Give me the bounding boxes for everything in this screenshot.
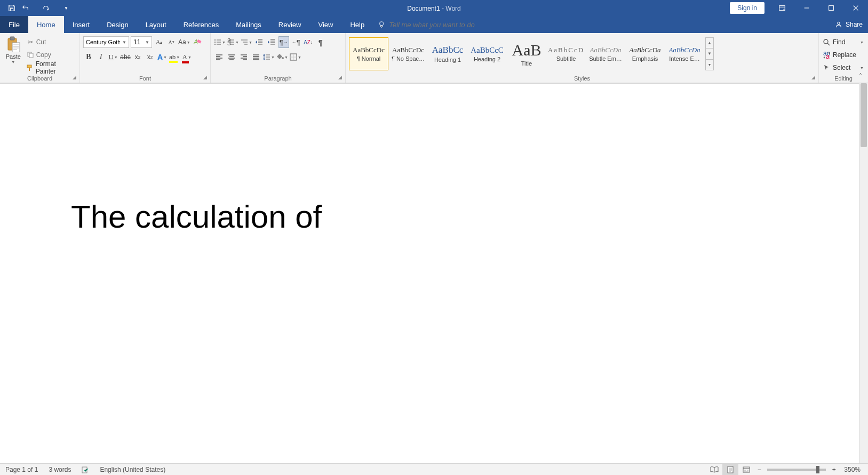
align-right-button[interactable] bbox=[238, 51, 249, 63]
bold-button[interactable]: B bbox=[83, 51, 94, 63]
paste-button[interactable]: Paste ▼ bbox=[3, 35, 23, 74]
save-button[interactable] bbox=[5, 2, 18, 14]
style-subtitle[interactable]: AaBbCcDSubtitle bbox=[546, 37, 586, 70]
style-emphasis[interactable]: AaBbCcDaEmphasis bbox=[625, 37, 665, 70]
share-button[interactable]: Share bbox=[835, 16, 863, 33]
style-subtle-em-[interactable]: AaBbCcDaSubtle Em… bbox=[586, 37, 625, 70]
tab-layout[interactable]: Layout bbox=[137, 16, 175, 33]
format-painter-button[interactable]: Format Painter bbox=[26, 62, 76, 74]
shrink-font-button[interactable]: A▾ bbox=[166, 36, 177, 48]
paste-dropdown[interactable]: ▼ bbox=[11, 60, 15, 65]
italic-button[interactable]: I bbox=[95, 51, 106, 63]
borders-button[interactable]: ▼ bbox=[290, 51, 301, 63]
numbering-button[interactable]: 123▼ bbox=[227, 36, 239, 48]
bullets-button[interactable]: ▼ bbox=[214, 36, 226, 48]
tab-mailings[interactable]: Mailings bbox=[227, 16, 270, 33]
style-preview: AaBbCcDa bbox=[668, 46, 700, 54]
zoom-level[interactable]: 350% bbox=[839, 464, 868, 475]
clipboard-launcher[interactable]: ◢ bbox=[71, 74, 77, 80]
subscript-button[interactable]: x2 bbox=[132, 51, 143, 63]
style-title[interactable]: AaBTitle bbox=[507, 37, 546, 70]
zoom-in-button[interactable]: + bbox=[829, 466, 839, 473]
tell-me-input[interactable] bbox=[389, 21, 528, 29]
style-name-label: Subtle Em… bbox=[589, 55, 622, 62]
copy-button[interactable]: Copy bbox=[26, 49, 76, 61]
font-launcher[interactable]: ◢ bbox=[202, 74, 208, 80]
title-bar: ▼ Document1 - Word Sign in bbox=[0, 0, 868, 16]
show-marks-button[interactable]: ¶ bbox=[315, 36, 326, 48]
underline-button[interactable]: U▼ bbox=[108, 51, 118, 63]
collapse-ribbon-button[interactable]: ˄ bbox=[856, 72, 865, 80]
style-heading-1[interactable]: AaBbCcHeading 1 bbox=[428, 37, 467, 70]
zoom-slider-handle[interactable] bbox=[816, 466, 819, 473]
replace-button[interactable]: abac Replace bbox=[822, 49, 865, 61]
justify-button[interactable] bbox=[251, 51, 261, 63]
maximize-button[interactable] bbox=[819, 0, 843, 16]
font-color-button[interactable]: A▼ bbox=[181, 51, 192, 63]
ribbon-display-options-button[interactable] bbox=[770, 0, 794, 16]
tell-me-search[interactable] bbox=[378, 16, 528, 33]
view-print-layout-button[interactable] bbox=[722, 464, 738, 476]
tab-insert[interactable]: Insert bbox=[64, 16, 99, 33]
customize-qat-button[interactable]: ▼ bbox=[60, 2, 73, 14]
app-name: Word bbox=[445, 5, 460, 12]
clear-formatting-button[interactable]: A bbox=[192, 36, 203, 48]
view-web-layout-button[interactable] bbox=[738, 464, 754, 476]
multilevel-list-button[interactable]: ▼ bbox=[241, 36, 252, 48]
strikethrough-button[interactable]: abc bbox=[120, 51, 131, 63]
status-words[interactable]: 3 words bbox=[43, 464, 76, 475]
find-button[interactable]: Find▼ bbox=[822, 36, 865, 48]
align-center-button[interactable] bbox=[226, 51, 237, 63]
tab-design[interactable]: Design bbox=[98, 16, 137, 33]
grow-font-button[interactable]: A▴ bbox=[154, 36, 164, 48]
superscript-button[interactable]: x2 bbox=[145, 51, 155, 63]
decrease-indent-button[interactable] bbox=[254, 36, 265, 48]
increase-indent-button[interactable] bbox=[266, 36, 277, 48]
minimize-button[interactable] bbox=[794, 0, 819, 16]
document-canvas[interactable]: The calculation of bbox=[0, 83, 859, 463]
align-left-button[interactable] bbox=[214, 51, 225, 63]
tab-review[interactable]: Review bbox=[270, 16, 310, 33]
line-spacing-button[interactable]: ▼ bbox=[263, 51, 275, 63]
tab-help[interactable]: Help bbox=[341, 16, 373, 33]
text-effects-button[interactable]: A▼ bbox=[157, 51, 168, 63]
highlight-button[interactable]: ab▼ bbox=[169, 51, 180, 63]
style-heading-2[interactable]: AaBbCcCHeading 2 bbox=[467, 37, 507, 70]
close-button[interactable] bbox=[843, 0, 868, 16]
style-intense-e-[interactable]: AaBbCcDaIntense E… bbox=[665, 37, 704, 70]
styles-scroll-down[interactable]: ▼ bbox=[706, 49, 713, 59]
font-name-combo[interactable]: Century Goth▼ bbox=[83, 36, 129, 48]
print-layout-icon bbox=[727, 466, 734, 473]
view-read-mode-button[interactable] bbox=[706, 464, 722, 476]
zoom-out-button[interactable]: − bbox=[754, 466, 764, 473]
style-name-label: Subtitle bbox=[556, 55, 576, 62]
cut-button[interactable]: ✂ Cut bbox=[26, 36, 76, 48]
font-size-combo[interactable]: 11▼ bbox=[131, 36, 152, 48]
sort-button[interactable]: AZ↓ bbox=[303, 36, 314, 48]
redo-button[interactable] bbox=[39, 2, 52, 14]
styles-scroll-up[interactable]: ▲ bbox=[706, 38, 713, 49]
rtl-button[interactable]: ←¶ bbox=[291, 36, 301, 48]
paragraph-launcher[interactable]: ◢ bbox=[337, 74, 343, 80]
styles-launcher[interactable]: ◢ bbox=[810, 74, 816, 80]
style--no-spac-[interactable]: AaBbCcDc¶ No Spac… bbox=[388, 37, 428, 70]
tab-home[interactable]: Home bbox=[28, 16, 64, 33]
status-proofing[interactable] bbox=[76, 464, 94, 475]
tab-view[interactable]: View bbox=[309, 16, 341, 33]
scrollbar-thumb[interactable] bbox=[861, 83, 867, 147]
tab-file[interactable]: File bbox=[0, 16, 28, 33]
sign-in-button[interactable]: Sign in bbox=[730, 2, 765, 14]
styles-more-button[interactable]: ▾ bbox=[706, 60, 713, 70]
document-text[interactable]: The calculation of bbox=[71, 198, 322, 235]
align-left-icon bbox=[216, 53, 223, 61]
status-page[interactable]: Page 1 of 1 bbox=[0, 464, 43, 475]
ltr-button[interactable]: ¶→ bbox=[278, 36, 289, 48]
tab-references[interactable]: References bbox=[175, 16, 227, 33]
undo-button[interactable] bbox=[19, 2, 32, 14]
shading-button[interactable]: ▼ bbox=[276, 51, 288, 63]
style--normal[interactable]: AaBbCcDc¶ Normal bbox=[349, 37, 388, 70]
change-case-button[interactable]: Aa▼ bbox=[178, 36, 190, 48]
status-language[interactable]: English (United States) bbox=[94, 464, 171, 475]
vertical-scrollbar[interactable] bbox=[859, 83, 868, 463]
zoom-slider[interactable] bbox=[767, 469, 826, 471]
